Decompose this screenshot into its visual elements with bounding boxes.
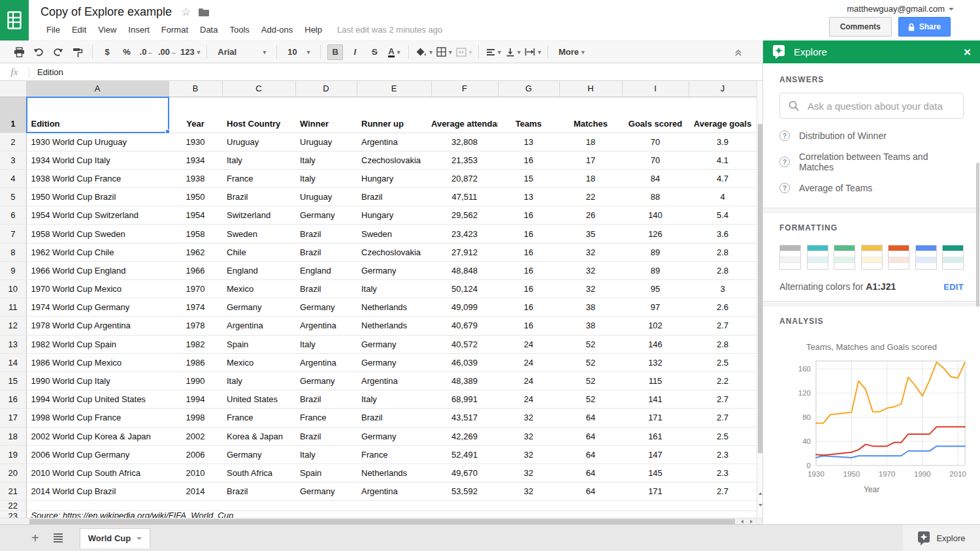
menu-file[interactable]: File	[41, 23, 66, 37]
cell[interactable]: 2.7	[689, 317, 757, 335]
scroll-left-arrow[interactable]	[741, 520, 743, 524]
row-number-22[interactable]: 22	[0, 501, 26, 511]
row-number-20[interactable]: 20	[0, 464, 26, 482]
scroll-right-arrow[interactable]	[750, 520, 753, 524]
cell[interactable]: 52	[559, 390, 622, 409]
undo-button[interactable]	[31, 44, 46, 60]
cell[interactable]: Germany	[357, 353, 431, 371]
cell[interactable]: 64	[559, 464, 622, 482]
cell[interactable]: 16	[498, 261, 559, 279]
vertical-align-button[interactable]: ▾	[505, 44, 521, 60]
cell[interactable]: 38	[559, 317, 622, 335]
cell[interactable]: 1934 World Cup Italy	[26, 151, 169, 169]
cell[interactable]: 18	[559, 169, 622, 187]
cell[interactable]: 3.6	[689, 225, 757, 243]
cell[interactable]: 35	[559, 225, 622, 243]
cell[interactable]: 2002	[169, 427, 222, 445]
cell[interactable]: Argentina	[295, 353, 357, 371]
menu-view[interactable]: View	[92, 23, 122, 37]
search-input[interactable]	[808, 101, 955, 112]
cell[interactable]: Uruguay	[295, 133, 357, 151]
cell[interactable]: 1962 World Cup Chile	[26, 243, 169, 261]
cell[interactable]: 2006	[169, 445, 222, 464]
formula-bar-value[interactable]: Edition	[29, 67, 63, 77]
cell[interactable]: 42,269	[431, 427, 498, 445]
row-number-14[interactable]: 14	[0, 353, 26, 371]
cell[interactable]: 1994 World Cup United States	[26, 390, 169, 409]
close-icon[interactable]: ×	[964, 46, 971, 58]
cell[interactable]: 88	[622, 188, 689, 206]
cell[interactable]: 126	[622, 225, 689, 243]
redo-button[interactable]	[50, 44, 66, 60]
cell[interactable]: 1930 World Cup Uruguay	[26, 133, 169, 151]
cell[interactable]: South Africa	[222, 464, 295, 482]
column-header-J[interactable]: J	[689, 81, 757, 97]
cell[interactable]: 2.3	[689, 445, 757, 464]
cell-header-teams[interactable]: Teams	[498, 97, 559, 133]
cell[interactable]: 43,517	[431, 409, 498, 427]
cell[interactable]: Spain	[295, 464, 357, 482]
cell[interactable]: 47,511	[431, 188, 498, 206]
vertical-scrollbar-thumb[interactable]	[758, 124, 762, 453]
cell[interactable]: 22	[559, 188, 622, 206]
column-header-I[interactable]: I	[622, 81, 689, 97]
cell[interactable]: 84	[622, 169, 689, 187]
cell[interactable]: United States	[222, 390, 295, 409]
cell[interactable]: 2.8	[689, 261, 757, 279]
cell[interactable]: 1954 World Cup Switzerland	[26, 206, 169, 225]
cell[interactable]: Italy	[295, 445, 357, 464]
cell[interactable]: Hungary	[357, 206, 431, 225]
cell[interactable]: Netherlands	[357, 298, 431, 317]
cell[interactable]: Germany	[295, 482, 357, 501]
row-number-3[interactable]: 3	[0, 151, 26, 169]
cell[interactable]: 1958	[169, 225, 222, 243]
cell[interactable]: Argentina	[357, 133, 431, 151]
cell[interactable]: 171	[622, 482, 689, 501]
cell[interactable]: 1978	[169, 317, 222, 335]
row-number-5[interactable]: 5	[0, 188, 26, 206]
cell[interactable]: 1978 World Cup Argentina	[26, 317, 169, 335]
row-number-9[interactable]: 9	[0, 261, 26, 279]
cell[interactable]: 1958 World Cup Sweden	[26, 225, 169, 243]
cell[interactable]: Argentina	[295, 317, 357, 335]
cell[interactable]: Netherlands	[357, 317, 431, 335]
cell[interactable]: 32	[498, 409, 559, 427]
cell[interactable]: 89	[622, 243, 689, 261]
comments-button[interactable]: Comments	[829, 17, 892, 37]
currency-format-button[interactable]: $	[99, 44, 115, 60]
alternating-colors-swatch-blue[interactable]	[915, 245, 937, 270]
cell[interactable]: England	[295, 261, 357, 279]
menu-edit[interactable]: Edit	[66, 23, 92, 37]
cell[interactable]: Netherlands	[357, 464, 431, 482]
cell[interactable]: 97	[622, 298, 689, 317]
cell[interactable]: 64	[559, 445, 622, 464]
cell[interactable]: 52	[559, 371, 622, 390]
cell-header-winner[interactable]: Winner	[295, 97, 357, 133]
row-number-1[interactable]: 1	[0, 97, 26, 133]
cell[interactable]: Italy	[222, 371, 295, 390]
decrease-decimals-button[interactable]: .0←	[139, 44, 154, 60]
cell[interactable]: 40,679	[431, 317, 498, 335]
cell[interactable]: 48,389	[431, 371, 498, 390]
cell[interactable]: 2010 World Cup South Africa	[26, 464, 169, 482]
increase-decimals-button[interactable]: .00→	[158, 44, 176, 60]
column-header-B[interactable]: B	[169, 81, 222, 97]
cell[interactable]: Italy	[295, 335, 357, 353]
text-color-button[interactable]: A▾	[386, 44, 402, 60]
cell[interactable]: 27,912	[431, 243, 498, 261]
alternating-colors-swatch-teal[interactable]	[942, 245, 964, 270]
cell[interactable]: 17	[559, 151, 622, 169]
font-family-select[interactable]: Arial▾	[214, 44, 270, 60]
cell[interactable]: 2.8	[689, 335, 757, 353]
cell[interactable]: 1938 World Cup France	[26, 169, 169, 187]
bold-button[interactable]: B	[327, 44, 343, 60]
cell[interactable]: 16	[498, 298, 559, 317]
cell[interactable]: Germany	[357, 335, 431, 353]
cell[interactable]: France	[222, 169, 295, 187]
cell[interactable]: Uruguay	[222, 133, 295, 151]
alternating-colors-swatch-gray[interactable]	[779, 245, 801, 270]
cell[interactable]: 141	[622, 390, 689, 409]
vertical-scrollbar[interactable]	[757, 81, 762, 518]
cell[interactable]: 24	[498, 390, 559, 409]
cell[interactable]: 132	[622, 353, 689, 371]
